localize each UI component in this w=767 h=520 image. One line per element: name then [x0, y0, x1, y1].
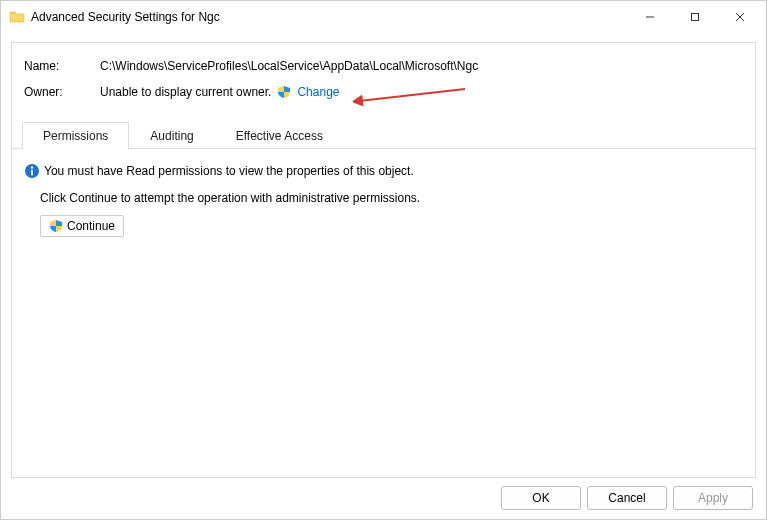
name-label: Name:	[24, 59, 100, 73]
shield-icon	[277, 85, 291, 99]
titlebar: Advanced Security Settings for Ngc	[1, 1, 766, 33]
folder-icon	[9, 9, 25, 25]
dialog-footer: OK Cancel Apply	[501, 486, 753, 510]
shield-icon	[49, 219, 63, 233]
name-value: C:\Windows\ServiceProfiles\LocalService\…	[100, 59, 743, 73]
ok-button[interactable]: OK	[501, 486, 581, 510]
owner-value: Unable to display current owner.	[100, 85, 271, 99]
tab-strip: Permissions Auditing Effective Access	[12, 121, 755, 149]
tab-body: You must have Read permissions to view t…	[12, 149, 755, 251]
tab-auditing[interactable]: Auditing	[129, 122, 214, 149]
cancel-button[interactable]: Cancel	[587, 486, 667, 510]
minimize-button[interactable]	[627, 2, 672, 32]
window-title: Advanced Security Settings for Ngc	[31, 10, 220, 24]
tab-permissions[interactable]: Permissions	[22, 122, 129, 149]
continue-button-label: Continue	[67, 219, 115, 233]
tab-effective-access[interactable]: Effective Access	[215, 122, 344, 149]
owner-label: Owner:	[24, 85, 100, 99]
content-frame: Name: C:\Windows\ServiceProfiles\LocalSe…	[11, 42, 756, 478]
svg-point-5	[31, 166, 33, 168]
click-continue-message: Click Continue to attempt the operation …	[24, 191, 743, 205]
apply-button: Apply	[673, 486, 753, 510]
close-button[interactable]	[717, 2, 762, 32]
svg-rect-1	[691, 14, 698, 21]
maximize-button[interactable]	[672, 2, 717, 32]
continue-button[interactable]: Continue	[40, 215, 124, 237]
change-owner-link[interactable]: Change	[297, 85, 339, 99]
header-fields: Name: C:\Windows\ServiceProfiles\LocalSe…	[12, 43, 755, 121]
svg-rect-6	[31, 170, 33, 176]
info-icon	[24, 163, 40, 179]
need-read-message: You must have Read permissions to view t…	[44, 164, 414, 178]
